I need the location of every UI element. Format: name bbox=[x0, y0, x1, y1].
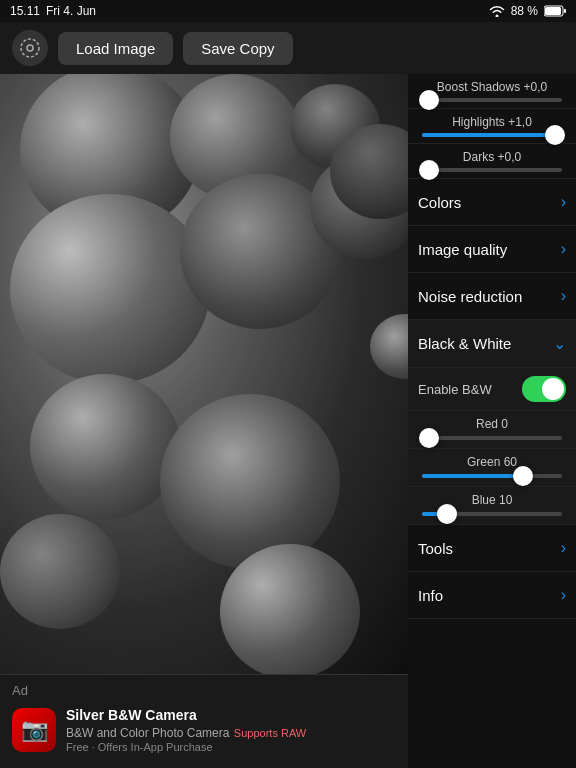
blue-label: Blue 10 bbox=[418, 493, 566, 507]
time: 15.11 bbox=[10, 4, 40, 18]
status-bar: 15.11 Fri 4. Jun 88 % bbox=[0, 0, 576, 22]
enable-bw-label: Enable B&W bbox=[418, 382, 492, 397]
battery-icon bbox=[544, 5, 566, 17]
colors-label: Colors bbox=[418, 194, 461, 211]
tools-chevron-icon: › bbox=[561, 539, 566, 557]
red-slider-section: Red 0 bbox=[408, 411, 576, 449]
date: Fri 4. Jun bbox=[46, 4, 96, 18]
info-label: Info bbox=[418, 587, 443, 604]
image-area bbox=[0, 74, 408, 674]
svg-point-3 bbox=[21, 39, 39, 57]
photo-preview bbox=[0, 74, 408, 674]
load-image-button[interactable]: Load Image bbox=[58, 32, 173, 65]
tools-row[interactable]: Tools › bbox=[408, 525, 576, 572]
highlights-track[interactable] bbox=[422, 133, 562, 137]
svg-rect-1 bbox=[545, 7, 561, 15]
black-white-label: Black & White bbox=[418, 335, 511, 352]
ad-app-icon: 📷 bbox=[12, 708, 56, 752]
highlights-fill bbox=[422, 133, 555, 137]
boost-shadows-section: Boost Shadows +0,0 bbox=[408, 74, 576, 109]
ad-label: Ad bbox=[12, 683, 28, 698]
green-thumb[interactable] bbox=[513, 466, 533, 486]
red-thumb[interactable] bbox=[419, 428, 439, 448]
noise-reduction-chevron-icon: › bbox=[561, 287, 566, 305]
enable-bw-row[interactable]: Enable B&W bbox=[408, 368, 576, 411]
ad-bar[interactable]: Ad 📷 Silver B&W Camera B&W and Color Pho… bbox=[0, 674, 408, 768]
boost-shadows-thumb[interactable] bbox=[419, 90, 439, 110]
tools-label: Tools bbox=[418, 540, 453, 557]
ad-title: Silver B&W Camera bbox=[66, 707, 197, 723]
ad-supports: Supports RAW bbox=[234, 727, 306, 739]
darks-thumb[interactable] bbox=[419, 160, 439, 180]
svg-rect-2 bbox=[564, 9, 566, 13]
wifi-icon bbox=[489, 5, 505, 17]
boost-shadows-label: Boost Shadows +0,0 bbox=[418, 80, 566, 94]
noise-reduction-label: Noise reduction bbox=[418, 288, 522, 305]
colors-row[interactable]: Colors › bbox=[408, 179, 576, 226]
colors-chevron-icon: › bbox=[561, 193, 566, 211]
darks-label: Darks +0,0 bbox=[418, 150, 566, 164]
darks-track[interactable] bbox=[422, 168, 562, 172]
boost-shadows-track[interactable] bbox=[422, 98, 562, 102]
toolbar: Load Image Save Copy bbox=[0, 22, 576, 74]
info-row[interactable]: Info › bbox=[408, 572, 576, 619]
right-panel: Boost Shadows +0,0 Highlights +1,0 Darks… bbox=[408, 74, 576, 768]
blue-thumb[interactable] bbox=[437, 504, 457, 524]
save-copy-button[interactable]: Save Copy bbox=[183, 32, 292, 65]
green-fill bbox=[422, 474, 523, 478]
blue-track[interactable] bbox=[422, 512, 562, 516]
image-quality-row[interactable]: Image quality › bbox=[408, 226, 576, 273]
ad-subtitle: B&W and Color Photo Camera bbox=[66, 726, 229, 740]
darks-section: Darks +0,0 bbox=[408, 144, 576, 179]
black-white-chevron-icon: ⌄ bbox=[553, 334, 566, 353]
image-quality-chevron-icon: › bbox=[561, 240, 566, 258]
ad-free: Free · Offers In-App Purchase bbox=[66, 741, 306, 753]
green-label: Green 60 bbox=[418, 455, 566, 469]
red-track[interactable] bbox=[422, 436, 562, 440]
svg-point-4 bbox=[27, 45, 33, 51]
info-chevron-icon: › bbox=[561, 586, 566, 604]
red-label: Red 0 bbox=[418, 417, 566, 431]
highlights-thumb[interactable] bbox=[545, 125, 565, 145]
green-track[interactable] bbox=[422, 474, 562, 478]
image-quality-label: Image quality bbox=[418, 241, 507, 258]
green-slider-section: Green 60 bbox=[408, 449, 576, 487]
highlights-section: Highlights +1,0 bbox=[408, 109, 576, 144]
settings-icon[interactable] bbox=[12, 30, 48, 66]
noise-reduction-row[interactable]: Noise reduction › bbox=[408, 273, 576, 320]
black-white-row[interactable]: Black & White ⌄ bbox=[408, 320, 576, 368]
ad-text: Silver B&W Camera B&W and Color Photo Ca… bbox=[66, 707, 306, 753]
highlights-label: Highlights +1,0 bbox=[418, 115, 566, 129]
blue-slider-section: Blue 10 bbox=[408, 487, 576, 525]
enable-bw-toggle[interactable] bbox=[522, 376, 566, 402]
battery: 88 % bbox=[511, 4, 538, 18]
